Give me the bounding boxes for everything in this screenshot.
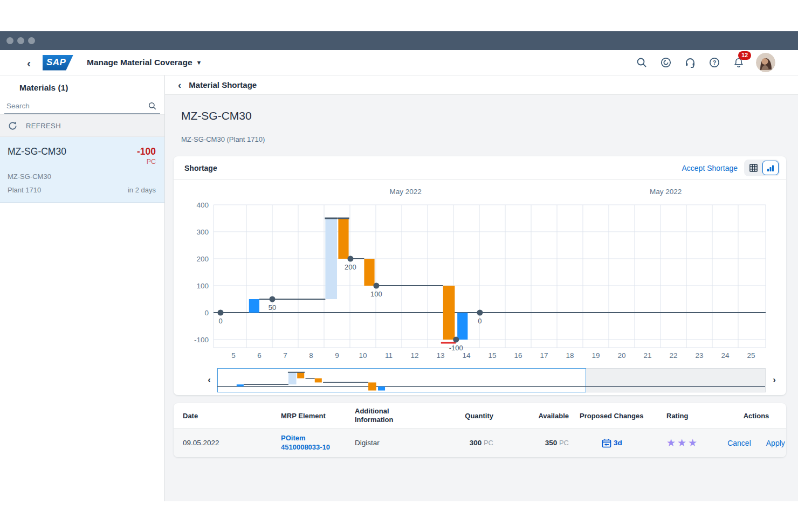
object-subtitle: MZ-SG-CM30 (Plant 1710)	[181, 135, 265, 143]
column-header-additional-information[interactable]: Additional Information	[343, 407, 403, 425]
table-header-row: Date MRP Element Additional Information …	[174, 403, 786, 429]
rating-stars[interactable]: ★★★	[666, 437, 699, 448]
column-header-actions[interactable]: Actions	[726, 412, 786, 420]
window-dot-icon[interactable]	[17, 37, 24, 44]
page-title: Material Shortage	[189, 80, 257, 89]
help-icon[interactable]: ?	[707, 56, 721, 70]
column-header-mrp-element[interactable]: MRP Element	[271, 412, 343, 420]
apply-button[interactable]: Apply	[766, 439, 785, 447]
refresh-icon	[8, 121, 18, 131]
svg-text:300: 300	[196, 228, 209, 236]
cell-actions: Cancel Apply	[726, 439, 786, 447]
proposed-change-chip[interactable]: 3d	[601, 438, 664, 448]
svg-text:23: 23	[695, 351, 703, 360]
cell-additional-information: Digistar	[343, 439, 430, 447]
window-dot-icon[interactable]	[28, 37, 35, 44]
shell-header: ‹ SAP Manage Material Coverage ▼ ? 12	[0, 50, 798, 75]
object-title: MZ-SG-CM30	[181, 109, 252, 122]
page-subheader: ‹ Material Shortage	[165, 75, 798, 95]
svg-text:17: 17	[540, 351, 548, 360]
window-chrome	[0, 31, 798, 50]
svg-text:10: 10	[359, 351, 367, 360]
svg-text:13: 13	[436, 351, 444, 360]
chart-view-button[interactable]	[762, 161, 779, 175]
scroll-viewport-handle[interactable]	[217, 368, 586, 392]
column-header-quantity[interactable]: Quantity	[430, 412, 494, 420]
accept-shortage-button[interactable]: Accept Shortage	[682, 164, 738, 172]
column-header-proposed-changes[interactable]: Proposed Changes	[570, 412, 664, 420]
material-id: MZ-SG-CM30	[8, 172, 156, 181]
svg-text:200: 200	[196, 255, 209, 263]
avatar[interactable]	[756, 53, 775, 72]
proposed-change-label: 3d	[614, 439, 622, 447]
svg-text:14: 14	[462, 351, 471, 360]
back-icon[interactable]: ‹	[178, 80, 181, 90]
material-plant: Plant 1710	[8, 186, 41, 194]
svg-text:20: 20	[617, 351, 625, 360]
scroll-left-icon[interactable]: ‹	[205, 375, 214, 385]
svg-text:11: 11	[385, 351, 393, 360]
search-icon[interactable]	[148, 101, 157, 110]
svg-text:18: 18	[566, 351, 574, 360]
material-title: MZ-SG-CM30	[8, 146, 66, 157]
main-content: ‹ Material Shortage MZ-SG-CM30 MZ-SG-CM3…	[165, 75, 798, 501]
back-icon[interactable]: ‹	[27, 57, 31, 68]
mrp-element-link[interactable]: POitem 4510008033-10	[281, 434, 343, 452]
materials-sidebar: Materials (1) REFRESH MZ-SG-CM30 -100 PC…	[0, 75, 165, 501]
window-dot-icon[interactable]	[6, 37, 13, 44]
sap-logo[interactable]: SAP	[43, 55, 73, 71]
svg-text:5: 5	[231, 351, 236, 360]
shortage-panel: Shortage Accept Shortage 4003002001000-1…	[174, 156, 786, 395]
sap-logo-text: SAP	[46, 57, 66, 68]
column-header-available[interactable]: Available	[494, 412, 570, 420]
cell-quantity: 300 PC	[430, 439, 494, 447]
svg-text:9: 9	[335, 351, 339, 360]
mrp-elements-table: Date MRP Element Additional Information …	[174, 403, 786, 457]
headset-icon[interactable]	[683, 56, 697, 70]
svg-text:7: 7	[283, 351, 287, 360]
svg-text:-100: -100	[194, 336, 209, 344]
shortage-panel-header: Shortage Accept Shortage	[174, 156, 786, 180]
refresh-button[interactable]: REFRESH	[0, 114, 164, 137]
cell-mrp-element: POitem 4510008033-10	[271, 434, 343, 452]
table-row[interactable]: 09.05.2022 POitem 4510008033-10 Digistar…	[174, 429, 786, 457]
svg-text:24: 24	[721, 351, 730, 360]
cell-available: 350 PC	[494, 439, 570, 447]
material-list-item[interactable]: MZ-SG-CM30 -100 PC MZ-SG-CM30 Plant 1710…	[0, 137, 164, 203]
bell-icon[interactable]: 12	[732, 56, 746, 70]
cell-rating: ★★★	[664, 437, 726, 449]
sidebar-title: Materials (1)	[0, 75, 164, 93]
scroll-track[interactable]	[217, 368, 766, 392]
app-title[interactable]: Manage Material Coverage	[87, 58, 192, 67]
shortage-unit: PC	[137, 158, 156, 165]
cancel-button[interactable]: Cancel	[727, 439, 751, 447]
svg-text:50: 50	[269, 303, 276, 312]
svg-text:15: 15	[488, 351, 496, 360]
scroll-right-icon[interactable]: ›	[770, 375, 779, 385]
shortage-waterfall-chart[interactable]: 4003002001000-10056789101112131415161718…	[174, 180, 786, 364]
view-toggle	[744, 160, 780, 176]
svg-text:100: 100	[196, 282, 209, 290]
cell-date: 09.05.2022	[174, 439, 271, 447]
screen: ‹ SAP Manage Material Coverage ▼ ? 12	[0, 0, 798, 532]
svg-text:19: 19	[591, 351, 600, 360]
svg-text:0: 0	[204, 309, 209, 317]
table-view-button[interactable]	[745, 161, 761, 175]
panel-title: Shortage	[184, 164, 217, 172]
shell-actions: ? 12	[635, 53, 775, 72]
column-header-date[interactable]: Date	[174, 412, 271, 420]
svg-text:21: 21	[643, 351, 651, 360]
svg-text:100: 100	[370, 290, 382, 298]
refresh-label: REFRESH	[26, 122, 61, 130]
svg-text:?: ?	[713, 59, 717, 66]
search-input[interactable]	[4, 102, 148, 110]
cell-proposed-changes: 3d	[570, 438, 664, 448]
chart-scroller: ‹ ›	[174, 368, 786, 392]
column-header-rating[interactable]: Rating	[664, 412, 726, 420]
search-field	[4, 99, 160, 114]
notification-badge: 12	[738, 51, 751, 60]
svg-text:22: 22	[669, 351, 677, 360]
chevron-down-icon[interactable]: ▼	[196, 59, 202, 66]
copilot-icon[interactable]	[659, 56, 673, 70]
search-icon[interactable]	[635, 56, 649, 70]
